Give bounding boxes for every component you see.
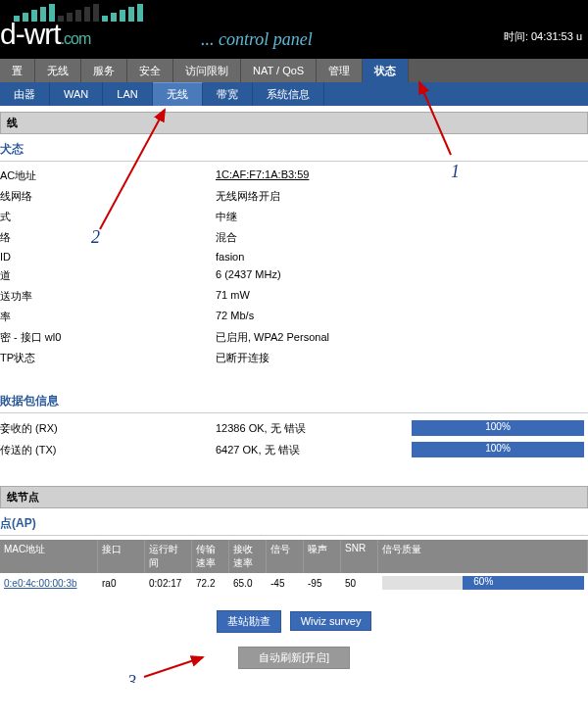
tpstatus-value: 已断开连接 [216, 351, 588, 365]
ap-txrate: 72.2 [192, 575, 229, 592]
subtab-bandwidth[interactable]: 带宽 [203, 82, 253, 106]
status-title: 犬态 [0, 138, 588, 162]
txpower-label: 送功率 [0, 289, 216, 304]
ap-title: 点(AP) [0, 512, 588, 536]
subtab-lan[interactable]: LAN [103, 82, 152, 106]
ap-uptime: 0:02:17 [145, 575, 192, 592]
net-label: 络 [0, 230, 216, 245]
subtab-wireless[interactable]: 无线 [153, 82, 203, 106]
ap-signal: -45 [267, 575, 304, 592]
tab-admin[interactable]: 管理 [317, 59, 363, 82]
rate-label: 率 [0, 310, 216, 324]
mac-label: AC地址 [0, 168, 216, 183]
ap-rxrate: 65.0 [229, 575, 267, 592]
ap-table-row: 0:e0:4c:00:00:3b ra0 0:02:17 72.2 65.0 -… [0, 573, 588, 593]
mac-value[interactable]: 1C:AF:F7:1A:B3:59 [216, 168, 588, 183]
tx-value: 6427 OK, 无 错误 [216, 443, 412, 457]
subtab-sysinfo[interactable]: 系统信息 [253, 82, 324, 106]
tab-nat-qos[interactable]: NAT / QoS [241, 59, 317, 82]
packets-title: 敗据包信息 [0, 390, 588, 413]
rx-label: 妾收的 (RX) [0, 421, 216, 436]
logo-text: d-wrt.com [0, 18, 90, 51]
control-panel-label: ... control panel [201, 29, 313, 50]
sub-tabs: 由器 WAN LAN 无线 带宽 系统信息 [0, 82, 588, 106]
subtab-wan[interactable]: WAN [50, 82, 103, 106]
tpstatus-label: TP状态 [0, 351, 216, 365]
tab-wireless[interactable]: 无线 [35, 59, 81, 82]
security-label: 密 - 接口 wl0 [0, 330, 216, 345]
ap-quality: 60% [378, 573, 588, 593]
tab-status[interactable]: 状态 [363, 59, 409, 82]
network-label: 线网络 [0, 189, 216, 204]
security-value: 已启用, WPA2 Personal [216, 330, 588, 345]
tab-access[interactable]: 访问限制 [173, 59, 241, 82]
ap-noise: -95 [304, 575, 341, 592]
tx-progress: 100% [412, 442, 584, 457]
network-value: 无线网络开启 [216, 189, 588, 204]
ap-iface: ra0 [98, 575, 145, 592]
tab-security[interactable]: 安全 [127, 59, 173, 82]
nodes-section-bar: 线节点 [0, 486, 588, 508]
ap-snr: 50 [341, 575, 378, 592]
header-bar: d-wrt.com ... control panel 时间: 04:31:53… [0, 0, 588, 59]
txpower-value: 71 mW [216, 289, 588, 304]
channel-value: 6 (2437 MHz) [216, 268, 588, 283]
time-label: 时间: 04:31:53 u [504, 29, 582, 44]
subtab-router[interactable]: 由器 [0, 82, 50, 106]
ssid-label: ID [0, 251, 216, 263]
ap-mac[interactable]: 0:e0:4c:00:00:3b [0, 575, 98, 592]
mode-label: 式 [0, 210, 216, 224]
ap-table-header: MAC地址 接口 运行时间 传输速率 接收速率 信号 噪声 SNR 信号质量 [0, 540, 588, 573]
tab-services[interactable]: 服务 [81, 59, 127, 82]
main-tabs: 置 无线 服务 安全 访问限制 NAT / QoS 管理 状态 [0, 59, 588, 82]
tx-label: 传送的 (TX) [0, 443, 216, 457]
tab-setup[interactable]: 置 [0, 59, 35, 82]
site-survey-button[interactable]: 基站勘查 [217, 610, 281, 633]
channel-label: 道 [0, 268, 216, 283]
wireless-section-bar: 线 [0, 112, 588, 134]
wiviz-survey-button[interactable]: Wiviz survey [290, 611, 372, 631]
rx-progress: 100% [412, 420, 584, 436]
ssid-value: fasion [216, 251, 588, 263]
net-value: 混合 [216, 230, 588, 245]
rate-value: 72 Mb/s [216, 310, 588, 324]
auto-refresh-button[interactable]: 自动刷新[开启] [238, 647, 350, 669]
annotation-3: 3 [127, 672, 136, 683]
mode-value: 中继 [216, 210, 588, 224]
rx-value: 12386 OK, 无 错误 [216, 421, 412, 436]
